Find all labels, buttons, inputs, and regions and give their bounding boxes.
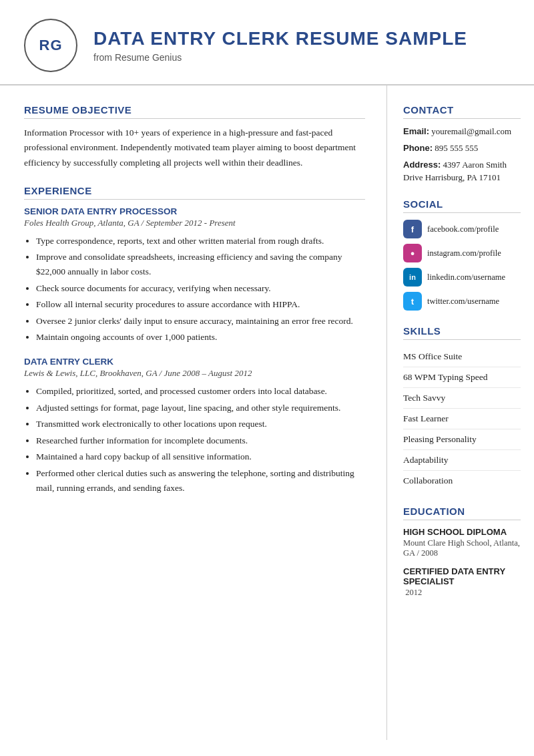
- linkedin-text: linkedin.com/username: [427, 272, 505, 282]
- skills-title: SKILLS: [403, 325, 521, 340]
- linkedin-icon: in: [403, 268, 422, 287]
- twitter-text: twitter.com/username: [427, 297, 499, 307]
- skill-item: 68 WPM Typing Speed: [403, 367, 521, 388]
- list-item: Adjusted settings for format, page layou…: [36, 401, 365, 415]
- skill-item: Fast Learner: [403, 409, 521, 429]
- list-item: Type correspondence, reports, text and o…: [36, 234, 365, 248]
- education-section: EDUCATION HIGH SCHOOL DIPLOMA Mount Clar…: [403, 506, 521, 598]
- contact-title: CONTACT: [403, 104, 521, 119]
- job-1-bullets: Type correspondence, reports, text and o…: [36, 234, 365, 345]
- list-item: Maintain ongoing accounts of over 1,000 …: [36, 330, 365, 345]
- job-1-meta: Foles Health Group, Atlanta, GA / Septem…: [24, 218, 365, 228]
- objective-section: RESUME OBJECTIVE Information Processor w…: [24, 104, 365, 170]
- social-instagram: ● instagram.com/profile: [403, 244, 521, 262]
- left-column: RESUME OBJECTIVE Information Processor w…: [0, 85, 387, 740]
- list-item: Performed other clerical duties such as …: [36, 466, 365, 495]
- job-2-bullets: Compiled, prioritized, sorted, and proce…: [36, 384, 365, 495]
- job-2: DATA ENTRY CLERK Lewis & Lewis, LLC, Bro…: [24, 357, 365, 495]
- objective-title: RESUME OBJECTIVE: [24, 104, 365, 119]
- resume-header: RG DATA ENTRY CLERK RESUME SAMPLE from R…: [0, 0, 534, 85]
- objective-text: Information Processor with 10+ years of …: [24, 126, 365, 170]
- logo-circle: RG: [24, 19, 77, 72]
- education-title: EDUCATION: [403, 506, 521, 520]
- skill-item: Collaboration: [403, 471, 521, 491]
- logo-initials: RG: [39, 37, 63, 54]
- skill-item: Adaptability: [403, 450, 521, 471]
- experience-section: EXPERIENCE SENIOR DATA ENTRY PROCESSOR F…: [24, 185, 365, 495]
- edu-1-meta: Mount Clare High School, Atlanta, GA / 2…: [403, 538, 521, 558]
- header-text: DATA ENTRY CLERK RESUME SAMPLE from Resu…: [93, 28, 467, 63]
- phone-contact: Phone: 895 555 555: [403, 142, 521, 155]
- social-linkedin: in linkedin.com/username: [403, 268, 521, 287]
- twitter-icon: t: [403, 292, 422, 311]
- skill-item: MS Office Suite: [403, 347, 521, 367]
- list-item: Transmitted work electronically to other…: [36, 417, 365, 431]
- job-1-title: SENIOR DATA ENTRY PROCESSOR: [24, 206, 365, 216]
- skill-item: Pleasing Personality: [403, 429, 521, 450]
- resume-subtitle: from Resume Genius: [93, 52, 467, 63]
- list-item: Maintained a hard copy backup of all sen…: [36, 449, 365, 464]
- right-column: CONTACT Email: youremail@gmail.com Phone…: [387, 85, 534, 740]
- facebook-icon: f: [403, 220, 422, 238]
- social-facebook: f facebook.com/profile: [403, 220, 521, 238]
- edu-2-title: CERTIFIED DATA ENTRY SPECIALIST: [403, 566, 521, 586]
- job-2-title: DATA ENTRY CLERK: [24, 357, 365, 367]
- social-section: SOCIAL f facebook.com/profile ● instagra…: [403, 198, 521, 311]
- list-item: Follow all internal security procedures …: [36, 297, 365, 312]
- email-value: youremail@gmail.com: [431, 126, 511, 136]
- social-title: SOCIAL: [403, 198, 521, 213]
- address-contact: Address: 4397 Aaron Smith Drive Harrisbu…: [403, 159, 521, 184]
- email-contact: Email: youremail@gmail.com: [403, 126, 521, 138]
- edu-1-title: HIGH SCHOOL DIPLOMA: [403, 527, 521, 537]
- list-item: Compiled, prioritized, sorted, and proce…: [36, 384, 365, 399]
- list-item: Researched further information for incom…: [36, 433, 365, 448]
- main-layout: RESUME OBJECTIVE Information Processor w…: [0, 85, 534, 740]
- social-twitter: t twitter.com/username: [403, 292, 521, 311]
- instagram-icon: ●: [403, 244, 422, 262]
- skill-item: Tech Savvy: [403, 388, 521, 409]
- experience-title: EXPERIENCE: [24, 185, 365, 200]
- resume-title: DATA ENTRY CLERK RESUME SAMPLE: [93, 28, 467, 49]
- job-2-meta: Lewis & Lewis, LLC, Brookhaven, GA / Jun…: [24, 368, 365, 379]
- list-item: Improve and consolidate spreadsheets, in…: [36, 250, 365, 278]
- instagram-text: instagram.com/profile: [427, 248, 501, 258]
- contact-section: CONTACT Email: youremail@gmail.com Phone…: [403, 104, 521, 184]
- email-label: Email:: [403, 126, 429, 136]
- list-item: Check source documents for accuracy, ver…: [36, 281, 365, 296]
- phone-label: Phone:: [403, 143, 433, 153]
- facebook-text: facebook.com/profile: [427, 224, 499, 234]
- phone-value: 895 555 555: [435, 143, 478, 153]
- edu-2-meta: 2012: [403, 588, 521, 598]
- job-1: SENIOR DATA ENTRY PROCESSOR Foles Health…: [24, 206, 365, 345]
- list-item: Oversee 2 junior clerks' daily input to …: [36, 314, 365, 329]
- address-label: Address:: [403, 160, 441, 170]
- skills-section: SKILLS MS Office Suite 68 WPM Typing Spe…: [403, 325, 521, 491]
